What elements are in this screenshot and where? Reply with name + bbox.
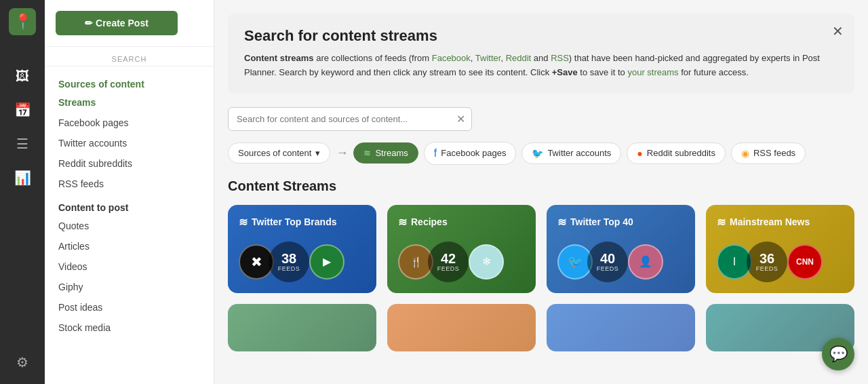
brand-logo[interactable]: 📍 [9,8,36,35]
filter-tab-streams[interactable]: ≋ Streams [353,142,418,164]
streams-card-icon-4: ≋ [717,216,726,229]
sources-of-content-section-title: Sources of content [45,72,214,92]
sidebar-item-rss-feeds[interactable]: RSS feeds [45,174,214,194]
sidebar-item-twitter-accounts[interactable]: Twitter accounts [45,133,214,153]
feeds-badge-4: 36 FEEDS [747,242,787,282]
search-bar-row: ✕ [228,107,854,131]
list-nav-icon[interactable]: ☰ [9,130,36,157]
card-avatars-mainstream-news: I 36 FEEDS CNN [717,242,844,282]
feeds-badge-3: 40 FEEDS [587,242,628,282]
modal-description: Content streams are collections of feeds… [244,52,838,80]
reddit-filter-icon: ● [637,148,642,159]
avatar-2: ▶ [309,244,344,280]
filter-tab-rss-feeds[interactable]: ◉ RSS feeds [731,142,806,164]
chevron-down-icon: ▾ [315,148,320,158]
filter-tab-reddit-subreddits[interactable]: ● Reddit subreddits [627,142,726,164]
search-input[interactable] [228,107,472,131]
info-card: Search for content streams Content strea… [228,14,854,94]
facebook-link[interactable]: Facebook [432,53,471,63]
stream-card-row2-2[interactable] [387,304,536,351]
stream-grid-row2 [228,304,854,351]
sidebar-header: ✏ Create Post [45,0,214,41]
chart-nav-icon[interactable]: 📊 [9,164,36,191]
modal-title: Search for content streams [244,27,838,45]
avatar-recipes-2: ❄ [469,244,504,280]
streams-filter-label: Streams [375,148,408,158]
sidebar-item-post-ideas[interactable]: Post ideas [45,297,214,318]
icon-bar: 📍 🖼 📅 ☰ 📊 ⚙ [0,0,45,384]
streams-card-icon-3: ≋ [557,216,566,229]
card-title-twitter-top-brands: ≋ Twitter Top Brands [239,216,366,229]
card-avatars-recipes: 🍴 42 FEEDS ❄ [398,242,525,282]
feeds-badge-2: 42 FEEDS [428,242,469,282]
reddit-link[interactable]: Reddit [506,53,532,63]
content-to-post-section-title: Content to post [45,194,214,216]
main-content: Search for content streams Content strea… [214,0,868,384]
your-streams-link[interactable]: your streams [627,67,678,77]
rss-filter-label: RSS feeds [753,148,795,158]
card-avatars-twitter-top-brands: ✖ 38 FEEDS ▶ [239,242,366,282]
arrow-icon: → [336,146,348,160]
settings-nav-icon[interactable]: ⚙ [9,349,36,376]
sidebar-item-stock-media[interactable]: Stock media [45,318,214,338]
feeds-badge-1: 38 FEEDS [269,242,309,282]
content-streams-title: Content Streams [228,178,854,194]
close-button[interactable]: ✕ [832,23,844,39]
sidebar-item-facebook-pages[interactable]: Facebook pages [45,113,214,133]
twitter-link[interactable]: Twitter [475,53,501,63]
card-avatars-twitter-top-40: 🐦 40 FEEDS 👤 [557,242,684,282]
sidebar: ✏ Create Post SEARCH Sources of content … [45,0,214,384]
filter-tab-twitter-accounts[interactable]: 🐦 Twitter accounts [521,142,621,164]
sidebar-item-streams[interactable]: Streams [45,92,214,113]
sidebar-item-giphy[interactable]: Giphy [45,277,214,297]
rss-link[interactable]: RSS [551,53,569,63]
search-label: SEARCH [45,46,214,66]
calendar-nav-icon[interactable]: 📅 [9,96,36,123]
search-clear-button[interactable]: ✕ [456,113,465,126]
card-title-twitter-top-40: ≋ Twitter Top 40 [557,216,684,229]
stream-grid: ≋ Twitter Top Brands ✖ 38 FEEDS ▶ ≋ Reci… [228,205,854,293]
avatar-twitter40-2: 👤 [628,244,663,280]
stream-card-row2-1[interactable] [228,304,376,351]
card-title-recipes: ≋ Recipes [398,216,525,229]
reddit-filter-label: Reddit subreddits [647,148,715,158]
twitter-filter-icon: 🐦 [532,148,543,159]
stream-card-mainstream-news[interactable]: ≋ Mainstream News I 36 FEEDS CNN [706,205,854,293]
stream-card-twitter-top-brands[interactable]: ≋ Twitter Top Brands ✖ 38 FEEDS ▶ [228,205,376,293]
sidebar-item-quotes[interactable]: Quotes [45,216,214,236]
facebook-filter-icon: f [434,147,437,159]
facebook-filter-label: Facebook pages [441,148,506,158]
streams-card-icon-2: ≋ [398,216,407,229]
search-input-wrap: ✕ [228,107,472,131]
card-title-mainstream-news: ≋ Mainstream News [717,216,844,229]
sources-of-content-filter[interactable]: Sources of content ▾ [228,142,330,164]
sidebar-item-videos[interactable]: Videos [45,256,214,277]
sources-of-content-label: Sources of content [238,148,311,158]
image-nav-icon[interactable]: 🖼 [9,62,36,90]
sidebar-item-reddit-subreddits[interactable]: Reddit subreddits [45,153,214,174]
filter-row: Sources of content ▾ → ≋ Streams f Faceb… [228,142,854,165]
streams-card-icon: ≋ [239,216,248,229]
twitter-filter-label: Twitter accounts [547,148,611,158]
stream-card-recipes[interactable]: ≋ Recipes 🍴 42 FEEDS ❄ [387,205,536,293]
chat-bubble[interactable]: 💬 [822,338,854,370]
stream-card-row2-3[interactable] [547,304,695,351]
sidebar-item-articles[interactable]: Articles [45,236,214,256]
create-post-button[interactable]: ✏ Create Post [56,11,178,35]
rss-filter-icon: ◉ [741,148,749,159]
filter-tab-facebook-pages[interactable]: f Facebook pages [424,142,517,165]
streams-filter-icon: ≋ [363,148,371,158]
stream-card-twitter-top-40[interactable]: ≋ Twitter Top 40 🐦 40 FEEDS 👤 [547,205,695,293]
avatar-news-2: CNN [787,244,823,280]
